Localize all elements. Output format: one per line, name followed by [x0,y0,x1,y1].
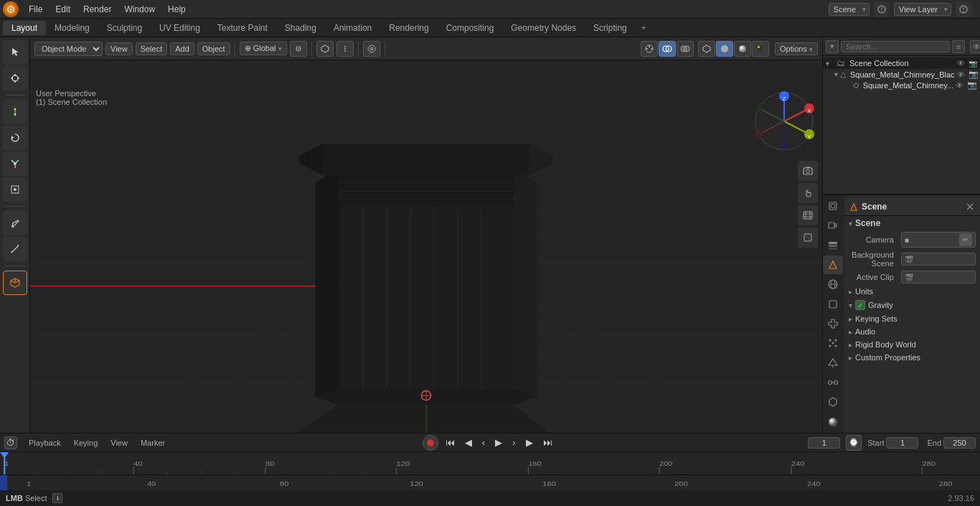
outliner-search-input[interactable] [841,41,950,52]
hand-icon-btn[interactable] [798,183,818,203]
props-render-icon[interactable] [823,197,843,215]
keying-menu[interactable]: Keying [70,437,103,449]
tab-scripting[interactable]: Scripting [585,21,636,35]
jump-to-start-btn[interactable]: ⏮ [443,436,458,449]
viewport-options-btn[interactable]: Options ▾ [775,42,818,55]
scene-options-btn[interactable] [874,1,890,17]
annotate-tool-btn[interactable] [3,211,27,235]
snapping-toggle[interactable] [316,41,334,57]
timeline-body[interactable]: 1 40 80 120 160 200 240 [0,452,980,474]
xray-btn[interactable] [677,41,694,57]
scene-collection-row[interactable]: ▾ 🗂 Scene Collection 👁 📷 [823,57,980,69]
props-view-layer-icon[interactable] [823,236,843,255]
prev-frame-btn[interactable]: ‹ [479,436,488,449]
mat-eye-icon[interactable]: 👁 [956,81,963,90]
mesh-eye-icon[interactable]: 👁 [957,70,965,79]
props-data-icon[interactable] [823,393,843,411]
start-frame-input[interactable] [886,437,918,449]
timeline-view-menu[interactable]: View [106,437,132,449]
no-bg-icon-btn[interactable] [798,228,818,248]
jump-to-end-btn[interactable]: ⏭ [540,436,555,449]
movie-clip-icon-btn[interactable] [798,205,818,225]
view-layer-selector[interactable]: View Layer ▾ [894,3,951,16]
props-modifier-icon[interactable] [823,314,843,333]
next-frame-btn[interactable]: › [509,436,518,449]
playback-menu[interactable]: Playback [24,437,65,449]
prev-keyframe-btn[interactable]: ◀ [462,436,475,449]
move-tool-btn[interactable] [3,100,27,124]
tab-add-btn[interactable]: + [636,21,652,35]
timeline-ruler[interactable]: 1 40 80 120 160 200 240 [0,452,980,474]
props-close-btn[interactable] [964,201,976,212]
transform-tool-btn[interactable] [3,177,27,202]
props-object-icon[interactable] [823,295,843,314]
proportional-edit-btn[interactable] [363,41,380,57]
viewport-gizmos-btn[interactable] [641,41,658,57]
measure-tool-btn[interactable] [3,237,27,261]
vp-add-menu[interactable]: Add [170,42,194,55]
audio-section[interactable]: ▸ Audio [844,325,980,338]
camera-icon-btn[interactable] [798,161,818,181]
nav-gizmo[interactable]: Z X Y [752,89,816,154]
marker-menu[interactable]: Marker [136,437,169,449]
material-shading-btn[interactable] [734,41,751,57]
frame-sync-btn[interactable]: ⌚ [846,435,862,451]
object-mode-select[interactable]: Object Mode [34,42,103,56]
next-keyframe-btn[interactable]: ▶ [523,436,536,449]
scene-selector[interactable]: Scene ▾ [829,3,870,16]
tab-uv-editing[interactable]: UV Editing [151,21,209,35]
outliner-item-0[interactable]: ▾ △ Square_Metal_Chimney_Blac 👁 📷 [831,69,980,80]
overlays-btn[interactable] [659,41,676,57]
wireframe-shading-btn[interactable] [698,41,715,57]
pivot-point-btn[interactable] [290,41,307,57]
outliner-item-1[interactable]: ▸ ◇ Square_Metal_Chimney... 👁 📷 [840,80,980,90]
props-material-icon[interactable] [823,413,843,431]
scene-coll-eye[interactable]: 👁 [957,59,965,67]
vp-view-menu[interactable]: View [105,42,133,55]
scene-coll-cam[interactable]: 📷 [969,60,977,67]
units-section[interactable]: ▸ Units [844,285,980,298]
outliner-filter-btn[interactable]: ▾ [826,40,839,53]
gravity-section[interactable]: ▾ ✓ Gravity [844,298,980,312]
tab-geometry-nodes[interactable]: Geometry Nodes [502,21,585,35]
menu-edit[interactable]: Edit [50,3,76,16]
menu-window[interactable]: Window [118,3,161,16]
keying-sets-section[interactable]: ▸ Keying Sets [844,312,980,325]
tab-layout[interactable]: Layout [3,21,46,35]
rigid-body-section[interactable]: ▸ Rigid Body World [844,338,980,351]
props-physics-icon[interactable] [823,354,843,373]
camera-prop-value[interactable]: ■ ✏ [901,232,976,248]
custom-props-section[interactable]: ▸ Custom Properties [844,351,980,364]
props-output-icon[interactable] [823,216,843,235]
tab-sculpting[interactable]: Sculpting [98,21,151,35]
menu-file[interactable]: File [23,3,48,16]
cursor-tool-btn[interactable] [3,66,27,90]
status-info-icon[interactable]: ℹ [52,493,62,503]
camera-edit-btn[interactable]: ✏ [959,233,972,246]
play-btn[interactable]: ▶ [492,436,505,449]
active-clip-prop-value[interactable]: 🎬 [901,271,976,284]
select-tool-btn[interactable] [3,40,27,65]
rotate-tool-btn[interactable] [3,126,27,150]
tab-modeling[interactable]: Modeling [46,21,98,35]
menu-help[interactable]: Help [162,3,192,16]
scene-section-header[interactable]: ▾ Scene [844,216,980,230]
tab-texture-paint[interactable]: Texture Paint [209,21,276,35]
end-frame-input[interactable] [943,437,976,449]
scale-tool-btn[interactable] [3,151,27,176]
props-scene-icon[interactable] [823,256,843,274]
vp-object-menu[interactable]: Object [197,42,230,55]
snap-options[interactable] [336,41,354,57]
bg-scene-prop-value[interactable]: 🎬 [901,253,976,266]
props-world-icon[interactable] [823,275,843,294]
viewport-3d[interactable]: User Perspective (1) Scene Collection Z … [30,60,822,433]
tab-shading[interactable]: Shading [276,21,325,35]
record-btn[interactable] [423,435,438,451]
menu-render[interactable]: Render [77,3,117,16]
add-cube-btn[interactable] [3,271,27,295]
tab-rendering[interactable]: Rendering [380,21,437,35]
gravity-checkbox[interactable]: ✓ [855,300,865,310]
outliner-eye-filter-btn[interactable]: 👁 [970,40,980,53]
outliner-sort-btn[interactable]: ≡ [952,40,965,53]
rendered-shading-btn[interactable] [752,41,769,57]
